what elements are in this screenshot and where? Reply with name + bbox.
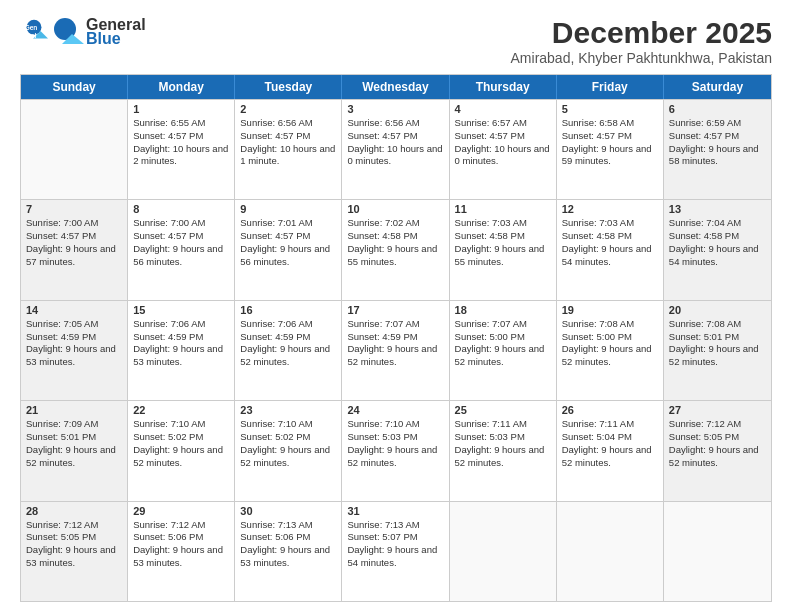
cal-cell-2-0: 14Sunrise: 7:05 AMSunset: 4:59 PMDayligh… [21, 301, 128, 400]
header-day-monday: Monday [128, 75, 235, 99]
cell-detail: Sunrise: 7:11 AMSunset: 5:03 PMDaylight:… [455, 418, 551, 469]
day-number: 3 [347, 103, 443, 115]
calendar-header: SundayMondayTuesdayWednesdayThursdayFrid… [21, 75, 771, 99]
day-number: 30 [240, 505, 336, 517]
calendar-row-3: 21Sunrise: 7:09 AMSunset: 5:01 PMDayligh… [21, 400, 771, 500]
cal-cell-3-2: 23Sunrise: 7:10 AMSunset: 5:02 PMDayligh… [235, 401, 342, 500]
location: Amirabad, Khyber Pakhtunkhwa, Pakistan [511, 50, 772, 66]
calendar-row-2: 14Sunrise: 7:05 AMSunset: 4:59 PMDayligh… [21, 300, 771, 400]
day-number: 20 [669, 304, 766, 316]
day-number: 1 [133, 103, 229, 115]
cal-cell-0-4: 4Sunrise: 6:57 AMSunset: 4:57 PMDaylight… [450, 100, 557, 199]
day-number: 5 [562, 103, 658, 115]
cal-cell-0-0 [21, 100, 128, 199]
cal-cell-4-4 [450, 502, 557, 601]
cell-detail: Sunrise: 7:03 AMSunset: 4:58 PMDaylight:… [562, 217, 658, 268]
cal-cell-2-4: 18Sunrise: 7:07 AMSunset: 5:00 PMDayligh… [450, 301, 557, 400]
cell-detail: Sunrise: 7:08 AMSunset: 5:01 PMDaylight:… [669, 318, 766, 369]
day-number: 2 [240, 103, 336, 115]
cell-detail: Sunrise: 7:10 AMSunset: 5:02 PMDaylight:… [240, 418, 336, 469]
day-number: 16 [240, 304, 336, 316]
day-number: 31 [347, 505, 443, 517]
logo: Gen eral General Blue [20, 16, 146, 48]
cal-cell-1-1: 8Sunrise: 7:00 AMSunset: 4:57 PMDaylight… [128, 200, 235, 299]
cal-cell-1-5: 12Sunrise: 7:03 AMSunset: 4:58 PMDayligh… [557, 200, 664, 299]
day-number: 26 [562, 404, 658, 416]
cal-cell-3-5: 26Sunrise: 7:11 AMSunset: 5:04 PMDayligh… [557, 401, 664, 500]
cal-cell-3-3: 24Sunrise: 7:10 AMSunset: 5:03 PMDayligh… [342, 401, 449, 500]
cal-cell-2-2: 16Sunrise: 7:06 AMSunset: 4:59 PMDayligh… [235, 301, 342, 400]
logo-svg [52, 16, 84, 48]
cal-cell-4-3: 31Sunrise: 7:13 AMSunset: 5:07 PMDayligh… [342, 502, 449, 601]
cal-cell-1-4: 11Sunrise: 7:03 AMSunset: 4:58 PMDayligh… [450, 200, 557, 299]
cal-cell-2-3: 17Sunrise: 7:07 AMSunset: 4:59 PMDayligh… [342, 301, 449, 400]
cell-detail: Sunrise: 6:59 AMSunset: 4:57 PMDaylight:… [669, 117, 766, 168]
cell-detail: Sunrise: 7:07 AMSunset: 5:00 PMDaylight:… [455, 318, 551, 369]
title-block: December 2025 Amirabad, Khyber Pakhtunkh… [511, 16, 772, 66]
day-number: 24 [347, 404, 443, 416]
cell-detail: Sunrise: 7:09 AMSunset: 5:01 PMDaylight:… [26, 418, 122, 469]
day-number: 11 [455, 203, 551, 215]
cal-cell-4-0: 28Sunrise: 7:12 AMSunset: 5:05 PMDayligh… [21, 502, 128, 601]
day-number: 14 [26, 304, 122, 316]
cal-cell-3-6: 27Sunrise: 7:12 AMSunset: 5:05 PMDayligh… [664, 401, 771, 500]
logo-icon: Gen eral [20, 18, 48, 46]
cal-cell-2-6: 20Sunrise: 7:08 AMSunset: 5:01 PMDayligh… [664, 301, 771, 400]
cell-detail: Sunrise: 7:13 AMSunset: 5:06 PMDaylight:… [240, 519, 336, 570]
page: Gen eral General Blue December 2025 A [0, 0, 792, 612]
cell-detail: Sunrise: 7:01 AMSunset: 4:57 PMDaylight:… [240, 217, 336, 268]
cell-detail: Sunrise: 7:05 AMSunset: 4:59 PMDaylight:… [26, 318, 122, 369]
cal-cell-1-3: 10Sunrise: 7:02 AMSunset: 4:58 PMDayligh… [342, 200, 449, 299]
cell-detail: Sunrise: 6:56 AMSunset: 4:57 PMDaylight:… [347, 117, 443, 168]
day-number: 29 [133, 505, 229, 517]
svg-text:eral: eral [25, 32, 37, 39]
cal-cell-0-2: 2Sunrise: 6:56 AMSunset: 4:57 PMDaylight… [235, 100, 342, 199]
cal-cell-0-6: 6Sunrise: 6:59 AMSunset: 4:57 PMDaylight… [664, 100, 771, 199]
day-number: 28 [26, 505, 122, 517]
cal-cell-3-1: 22Sunrise: 7:10 AMSunset: 5:02 PMDayligh… [128, 401, 235, 500]
cell-detail: Sunrise: 6:56 AMSunset: 4:57 PMDaylight:… [240, 117, 336, 168]
cell-detail: Sunrise: 7:04 AMSunset: 4:58 PMDaylight:… [669, 217, 766, 268]
header-day-thursday: Thursday [450, 75, 557, 99]
cal-cell-0-3: 3Sunrise: 6:56 AMSunset: 4:57 PMDaylight… [342, 100, 449, 199]
day-number: 10 [347, 203, 443, 215]
header: Gen eral General Blue December 2025 A [20, 16, 772, 66]
cal-cell-4-5 [557, 502, 664, 601]
cell-detail: Sunrise: 7:03 AMSunset: 4:58 PMDaylight:… [455, 217, 551, 268]
cal-cell-4-1: 29Sunrise: 7:12 AMSunset: 5:06 PMDayligh… [128, 502, 235, 601]
cell-detail: Sunrise: 7:06 AMSunset: 4:59 PMDaylight:… [133, 318, 229, 369]
cell-detail: Sunrise: 7:12 AMSunset: 5:05 PMDaylight:… [26, 519, 122, 570]
month-title: December 2025 [511, 16, 772, 50]
day-number: 12 [562, 203, 658, 215]
day-number: 13 [669, 203, 766, 215]
cell-detail: Sunrise: 7:12 AMSunset: 5:05 PMDaylight:… [669, 418, 766, 469]
svg-text:Gen: Gen [25, 24, 38, 31]
header-day-friday: Friday [557, 75, 664, 99]
cell-detail: Sunrise: 6:58 AMSunset: 4:57 PMDaylight:… [562, 117, 658, 168]
cal-cell-1-2: 9Sunrise: 7:01 AMSunset: 4:57 PMDaylight… [235, 200, 342, 299]
header-day-saturday: Saturday [664, 75, 771, 99]
header-day-sunday: Sunday [21, 75, 128, 99]
day-number: 15 [133, 304, 229, 316]
day-number: 27 [669, 404, 766, 416]
cell-detail: Sunrise: 7:11 AMSunset: 5:04 PMDaylight:… [562, 418, 658, 469]
header-day-wednesday: Wednesday [342, 75, 449, 99]
calendar: SundayMondayTuesdayWednesdayThursdayFrid… [20, 74, 772, 602]
cell-detail: Sunrise: 7:12 AMSunset: 5:06 PMDaylight:… [133, 519, 229, 570]
day-number: 22 [133, 404, 229, 416]
cell-detail: Sunrise: 7:07 AMSunset: 4:59 PMDaylight:… [347, 318, 443, 369]
day-number: 4 [455, 103, 551, 115]
calendar-row-1: 7Sunrise: 7:00 AMSunset: 4:57 PMDaylight… [21, 199, 771, 299]
cell-detail: Sunrise: 6:55 AMSunset: 4:57 PMDaylight:… [133, 117, 229, 168]
cell-detail: Sunrise: 7:06 AMSunset: 4:59 PMDaylight:… [240, 318, 336, 369]
cell-detail: Sunrise: 7:10 AMSunset: 5:02 PMDaylight:… [133, 418, 229, 469]
day-number: 8 [133, 203, 229, 215]
day-number: 21 [26, 404, 122, 416]
cal-cell-3-0: 21Sunrise: 7:09 AMSunset: 5:01 PMDayligh… [21, 401, 128, 500]
day-number: 19 [562, 304, 658, 316]
day-number: 6 [669, 103, 766, 115]
cell-detail: Sunrise: 7:08 AMSunset: 5:00 PMDaylight:… [562, 318, 658, 369]
day-number: 25 [455, 404, 551, 416]
day-number: 17 [347, 304, 443, 316]
day-number: 23 [240, 404, 336, 416]
